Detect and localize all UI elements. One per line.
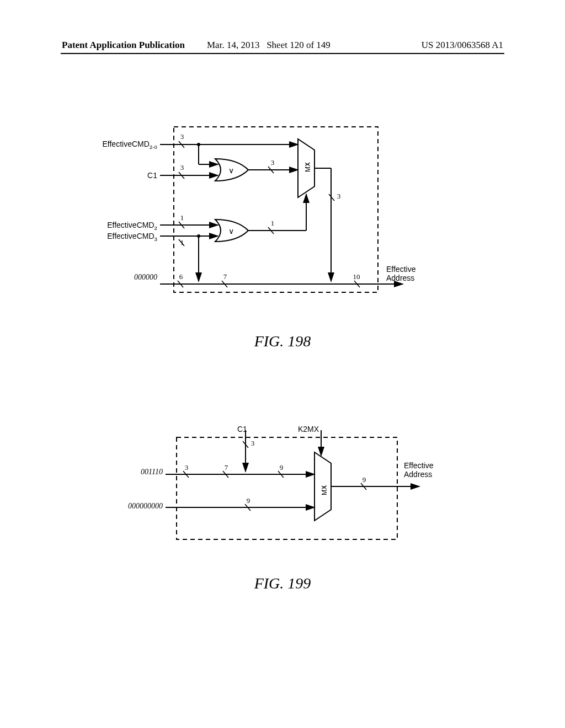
svg-text:1: 1 — [321, 485, 327, 488]
mux-199: MX 1 — [315, 452, 331, 521]
width-9c-199: 9 — [359, 475, 370, 484]
label-001110: 001110 — [119, 468, 163, 477]
label-000000000: 000000000 — [97, 502, 163, 511]
width-9b-199: 9 — [243, 496, 254, 505]
width-3b-199: 3 — [181, 463, 192, 472]
label-c1-199: C1 — [237, 425, 247, 433]
svg-rect-30 — [177, 437, 397, 539]
label-k2mx: K2MX — [298, 425, 319, 433]
figure-199-svg: MX 1 — [0, 0, 565, 728]
label-effaddr-199: EffectiveAddress — [404, 461, 433, 479]
page: Patent Application Publication Mar. 14, … — [0, 0, 565, 728]
width-7-199: 7 — [221, 463, 232, 472]
caption-199: FIG. 199 — [227, 575, 338, 592]
width-3a-199: 3 — [247, 439, 258, 448]
width-9a-199: 9 — [276, 463, 287, 472]
